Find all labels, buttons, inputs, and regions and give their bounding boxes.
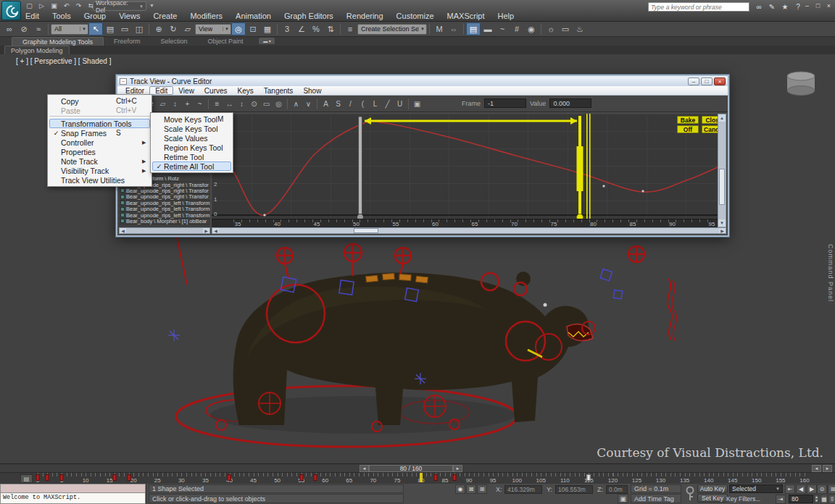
minimize-button[interactable]: – (802, 1, 812, 10)
menubar-item[interactable]: Views (112, 11, 146, 22)
menu-item[interactable]: Controller (49, 138, 150, 147)
menu-item[interactable]: Region Keys Tool (152, 143, 231, 152)
menu-item[interactable]: Retime Tool (152, 152, 231, 161)
redo-icon[interactable]: ↷ (73, 1, 84, 11)
lock-tangents-icon[interactable]: ▣ (411, 98, 423, 110)
previous-frame-icon[interactable]: ◀ (796, 484, 806, 494)
time-slider-value[interactable]: 80 / 160 (369, 465, 453, 472)
smooth-tangent-icon[interactable]: U (394, 98, 406, 110)
render-icon[interactable]: ♨ ▼ (573, 22, 587, 35)
timeline-key[interactable] (36, 474, 40, 481)
timeline-key[interactable] (112, 474, 116, 481)
menubar-item[interactable]: Graph Editors (278, 11, 340, 22)
select-object-icon[interactable]: ↖ ▼ (88, 22, 103, 35)
bake-button[interactable]: Bake (677, 116, 699, 124)
time-slider-handle[interactable]: ◂ 80 / 160 ▸ (360, 465, 462, 472)
key-mode-toggle-icon[interactable]: ⇥ (776, 495, 786, 504)
material-editor-icon[interactable]: ◉ ▼ (524, 22, 539, 35)
set-key-filters-icon[interactable]: ~ (716, 494, 720, 502)
function-curve[interactable] (212, 114, 718, 219)
menubar-item[interactable]: Help (491, 11, 521, 22)
scale-keys-icon[interactable]: ▱ (157, 98, 169, 110)
menu-item[interactable]: Track View Utilities (49, 175, 150, 185)
listener-macro-row[interactable] (0, 484, 146, 493)
scale-values-icon[interactable]: ↕ (169, 98, 181, 110)
unlink-selection-icon[interactable]: ⊘ ▼ (17, 22, 31, 35)
selection-lock-icon[interactable]: ⊠ (466, 484, 476, 494)
unify-tangents-icon[interactable]: ∨ (302, 98, 315, 110)
go-to-start-icon[interactable]: ⇤ (785, 484, 795, 494)
save-file-icon[interactable]: ▣ (49, 1, 59, 11)
zoom-region-icon[interactable]: ▦ (821, 495, 828, 504)
zoom-icon[interactable]: ⊙ (817, 484, 827, 494)
menu-item[interactable]: Paste Ctrl+V (49, 106, 150, 117)
selection-filter-dropdown[interactable]: All ▼ (51, 24, 88, 35)
frame-spinner[interactable]: ▲▼ (814, 495, 819, 503)
linear-tangent-icon[interactable]: ╱ (381, 98, 394, 110)
pan-view-icon[interactable]: ⇳ (828, 495, 835, 504)
ribbon-minimize-icon[interactable]: ▬ ▾ (259, 38, 275, 44)
search-icon[interactable]: ∞ (754, 1, 764, 12)
zoom-icon[interactable]: ⊙ (248, 98, 260, 110)
trackview-menu-item[interactable]: Keys (233, 86, 259, 95)
trackview-menu-item[interactable]: Edit (149, 86, 173, 95)
use-pivot-center-icon[interactable]: ◎ ▼ (231, 22, 246, 35)
scroll-right-icon[interactable]: ▶ (203, 228, 209, 233)
open-file-icon[interactable]: ▷ (36, 1, 47, 11)
menubar-item[interactable]: Modifiers (183, 11, 229, 22)
absolute-mode-icon[interactable]: ⊞ (477, 484, 487, 494)
select-and-rotate-icon[interactable]: ↻ ▼ (166, 22, 180, 35)
slow-tangent-icon[interactable]: ( (357, 98, 369, 110)
rectangular-selection-region-icon[interactable]: ▭ ▼ (117, 22, 132, 35)
scroll-up-icon[interactable]: ▲ (718, 114, 726, 122)
maximize-button[interactable]: □ (701, 77, 713, 85)
timeline-key[interactable] (453, 474, 457, 481)
timeline-key[interactable] (127, 474, 130, 481)
polygon-modeling-tab[interactable]: Polygon Modeling (4, 46, 70, 54)
curve-time-ruler[interactable]: 35404550556065707580859095 (212, 219, 718, 227)
render-setup-icon[interactable]: ☼ ▼ (544, 22, 558, 35)
isolate-curve-icon[interactable]: ◎ (273, 98, 285, 110)
timeline-key[interactable] (433, 474, 437, 481)
keyboard-override-icon[interactable]: ▦ ▼ (260, 22, 275, 35)
schematic-view-icon[interactable]: # ▼ (510, 22, 524, 35)
draw-curves-icon[interactable]: ~ (194, 98, 206, 110)
zoom-region-icon[interactable]: ▭ (260, 98, 273, 110)
set-key-button[interactable]: Set Key (697, 494, 728, 503)
mirror-icon[interactable]: M ▼ (432, 22, 446, 35)
curve-editor-icon[interactable]: ~ ▼ (495, 22, 510, 35)
select-by-name-icon[interactable]: ▤ ▼ (103, 22, 117, 35)
layer-manager-icon[interactable]: ▤ ▼ (466, 22, 481, 35)
key-filters-button[interactable]: Key Filters... (726, 495, 760, 503)
timeline-key[interactable] (299, 474, 303, 481)
align-icon[interactable]: ⇔ ▼ (446, 22, 461, 35)
listener-output-row[interactable]: Welcome to MAXScript. (0, 493, 146, 504)
timeline-key-selected[interactable] (587, 474, 591, 481)
help-icon[interactable]: ? (793, 1, 803, 12)
minimize-button[interactable]: – (688, 77, 699, 85)
fast-tangent-icon[interactable]: / (344, 98, 357, 110)
trackview-menu-item[interactable]: View (173, 86, 199, 95)
frame-forward-icon[interactable]: ▸ (453, 465, 462, 472)
add-keys-icon[interactable]: + (181, 98, 194, 110)
trackview-titlebar[interactable]: ~ Track View - Curve Editor –□× (117, 76, 728, 86)
add-time-tag[interactable]: Add Time Tag (631, 494, 681, 503)
time-tag-icon[interactable]: ▣ (618, 494, 628, 503)
break-tangents-icon[interactable]: ∧ (290, 98, 302, 110)
communication-center-icon[interactable]: ✎ (767, 1, 777, 12)
puck-object[interactable] (787, 72, 815, 96)
angle-snap-icon[interactable]: ∠ ▼ (294, 22, 309, 35)
undo-icon[interactable]: ↶ (61, 1, 72, 11)
timeline-scroll-right-icon[interactable]: ▸ (823, 465, 832, 472)
select-and-scale-icon[interactable]: ▱ ▼ (180, 22, 195, 35)
zoom-extents-icon[interactable]: ⊞ (828, 484, 835, 494)
menubar-item[interactable]: Edit (19, 11, 46, 22)
menubar-item[interactable]: Customize (390, 11, 441, 22)
window-crossing-toggle-icon[interactable]: ◫ ▼ (132, 22, 146, 35)
zoom-value-extents-icon[interactable]: ↕ (236, 98, 248, 110)
menu-item[interactable]: Copy Ctrl+C (49, 96, 150, 106)
x-coordinate-field[interactable] (504, 485, 542, 494)
frame-field[interactable] (484, 98, 526, 108)
scroll-left-icon[interactable]: ◀ (212, 228, 219, 233)
menubar-item[interactable]: MAXScript (441, 11, 491, 22)
